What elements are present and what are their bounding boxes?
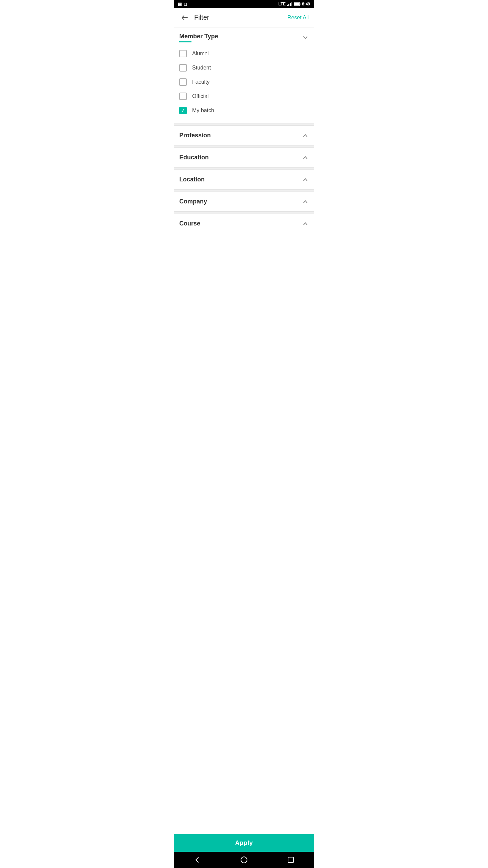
list-item[interactable]: Official xyxy=(174,89,314,103)
status-bar-left: ▦ ◻ xyxy=(178,2,187,6)
list-item[interactable]: Alumni xyxy=(174,46,314,61)
section-divider-4 xyxy=(174,189,314,192)
svg-rect-1 xyxy=(288,4,289,6)
svg-rect-2 xyxy=(290,3,291,6)
list-item[interactable]: Faculty xyxy=(174,75,314,89)
section-divider-5 xyxy=(174,211,314,214)
location-header[interactable]: Location xyxy=(174,170,314,189)
location-chevron-up-icon xyxy=(302,176,309,183)
education-header[interactable]: Education xyxy=(174,148,314,167)
education-section: Education xyxy=(174,148,314,167)
svg-rect-3 xyxy=(291,2,292,6)
student-label: Student xyxy=(192,65,211,71)
alumni-checkbox[interactable] xyxy=(179,50,187,57)
app-icon: ◻ xyxy=(184,2,187,6)
list-item[interactable]: Student xyxy=(174,61,314,75)
member-type-list: Alumni Student Faculty Official My batch xyxy=(174,45,314,123)
location-section: Location xyxy=(174,170,314,189)
back-button[interactable] xyxy=(179,12,190,23)
section-divider-2 xyxy=(174,145,314,148)
official-label: Official xyxy=(192,93,209,99)
profession-chevron-up-icon xyxy=(302,132,309,139)
battery-icon xyxy=(294,2,301,6)
company-chevron-up-icon xyxy=(302,198,309,205)
my-batch-checkbox[interactable] xyxy=(179,107,187,114)
education-chevron-up-icon xyxy=(302,154,309,161)
course-header[interactable]: Course xyxy=(174,214,314,233)
company-title: Company xyxy=(179,198,207,205)
header-left: Filter xyxy=(179,12,209,23)
svg-rect-5 xyxy=(294,3,299,5)
student-checkbox[interactable] xyxy=(179,64,187,72)
company-header[interactable]: Company xyxy=(174,192,314,211)
status-bar-right: LTE 8:49 xyxy=(278,2,310,6)
course-section: Course xyxy=(174,214,314,233)
page-title: Filter xyxy=(194,14,209,21)
section-divider-3 xyxy=(174,167,314,170)
profession-section: Profession xyxy=(174,126,314,145)
time: 8:49 xyxy=(302,2,310,6)
signal-icon xyxy=(287,2,292,6)
faculty-label: Faculty xyxy=(192,79,210,85)
faculty-checkbox[interactable] xyxy=(179,78,187,86)
profession-header[interactable]: Profession xyxy=(174,126,314,145)
alumni-label: Alumni xyxy=(192,51,209,57)
member-type-chevron-down-icon xyxy=(302,34,309,41)
status-bar: ▦ ◻ LTE 8:49 xyxy=(174,0,314,8)
network-type: LTE xyxy=(278,2,286,6)
education-title: Education xyxy=(179,154,209,161)
list-item[interactable]: My batch xyxy=(174,103,314,118)
company-section: Company xyxy=(174,192,314,211)
official-checkbox[interactable] xyxy=(179,93,187,100)
location-title: Location xyxy=(179,176,205,183)
bottom-spacer xyxy=(174,233,314,267)
svg-rect-0 xyxy=(287,5,288,6)
member-type-section: Member Type Alumni Student Faculty Offic… xyxy=(174,27,314,123)
reset-all-button[interactable]: Reset All xyxy=(287,15,309,21)
member-type-title: Member Type xyxy=(179,33,218,42)
member-type-header[interactable]: Member Type xyxy=(174,27,314,45)
svg-rect-6 xyxy=(300,3,300,5)
header: Filter Reset All xyxy=(174,8,314,27)
notification-icon: ▦ xyxy=(178,2,182,6)
section-divider-1 xyxy=(174,123,314,126)
profession-title: Profession xyxy=(179,132,211,139)
my-batch-label: My batch xyxy=(192,107,214,114)
course-chevron-up-icon xyxy=(302,220,309,227)
course-title: Course xyxy=(179,220,200,227)
